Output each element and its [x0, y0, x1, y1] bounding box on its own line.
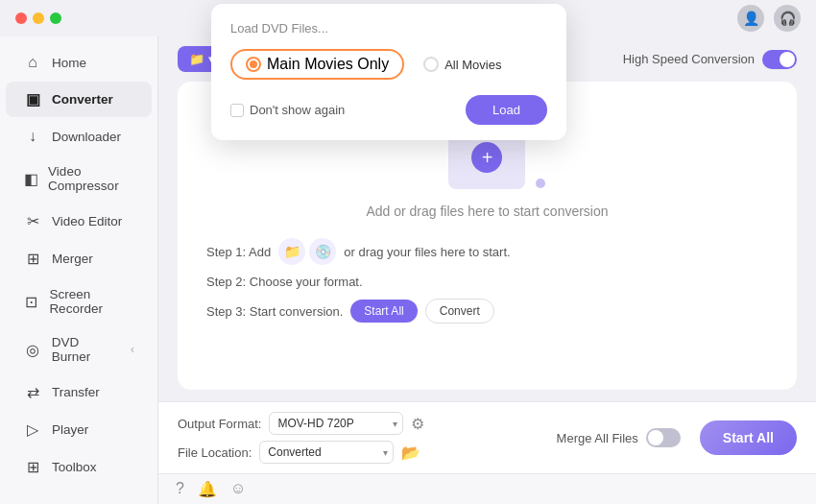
all-movies-label: All Movies	[444, 58, 501, 72]
main-movies-label: Main Movies Only	[267, 56, 389, 73]
all-movies-radio[interactable]	[423, 57, 439, 72]
popup-options: Main Movies Only All Movies	[230, 49, 547, 80]
dont-show-checkbox-label[interactable]: Don't show again	[230, 103, 345, 117]
all-movies-option[interactable]: All Movies	[423, 49, 501, 80]
popup-overlay: Load DVD Files... Main Movies Only All M…	[0, 0, 816, 504]
load-button[interactable]: Load	[466, 95, 547, 125]
dont-show-checkbox[interactable]	[230, 104, 244, 117]
main-movies-radio[interactable]	[246, 57, 261, 72]
load-dvd-popup: Load DVD Files... Main Movies Only All M…	[211, 4, 566, 140]
radio-inner	[250, 60, 257, 68]
dont-show-label: Don't show again	[250, 103, 345, 117]
popup-title: Load DVD Files...	[230, 21, 547, 36]
popup-bottom: Don't show again Load	[230, 95, 547, 125]
main-movies-option[interactable]: Main Movies Only	[230, 49, 404, 80]
